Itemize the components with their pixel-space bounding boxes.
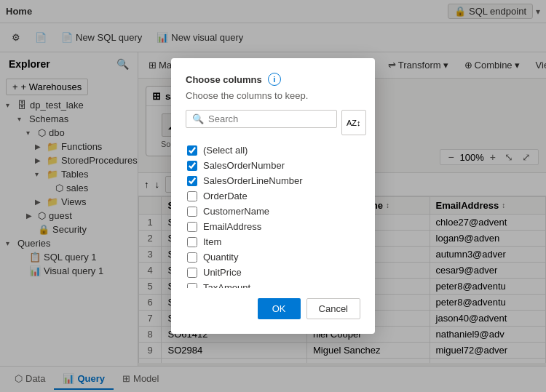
modal-title-text: Choose columns [186, 74, 262, 85]
info-icon[interactable]: i [268, 73, 281, 86]
column-label-sales_order_line: SalesOrderLineNumber [203, 175, 303, 186]
column-item-customer_name: CustomerName [186, 204, 360, 219]
checkbox-sales_order_line[interactable] [187, 176, 197, 186]
column-label-select_all: (Select all) [203, 145, 248, 156]
sort-az-icon: AZ↕ [347, 119, 361, 127]
column-label-order_date: OrderDate [203, 191, 248, 201]
checkbox-email_address[interactable] [187, 222, 197, 232]
column-item-select_all: (Select all) [186, 143, 360, 158]
column-item-email_address: EmailAddress [186, 219, 360, 234]
column-item-unit_price: UnitPrice [186, 265, 360, 280]
column-label-tax_amount: TaxAmount [203, 282, 250, 288]
search-icon: 🔍 [192, 113, 204, 124]
checkbox-select_all[interactable] [187, 145, 197, 156]
checkbox-item[interactable] [187, 237, 197, 247]
choose-columns-modal: Choose columns i Choose the columns to k… [171, 58, 375, 334]
column-label-sales_order_number: SalesOrderNumber [203, 160, 285, 171]
checkbox-tax_amount[interactable] [187, 283, 197, 289]
column-label-email_address: EmailAddress [203, 221, 261, 232]
column-item-quantity: Quantity [186, 249, 360, 265]
ok-button[interactable]: OK [258, 298, 301, 319]
column-item-order_date: OrderDate [186, 188, 360, 204]
modal-title: Choose columns i [186, 73, 360, 86]
column-label-customer_name: CustomerName [203, 206, 269, 217]
sort-az-button[interactable]: AZ↕ [341, 110, 366, 135]
modal-footer: OK Cancel [186, 298, 360, 319]
checkbox-quantity[interactable] [187, 252, 197, 263]
modal-search-box[interactable]: 🔍 [186, 110, 337, 128]
modal-overlay: Choose columns i Choose the columns to k… [0, 0, 546, 392]
modal-columns-list: (Select all)SalesOrderNumberSalesOrderLi… [186, 143, 360, 288]
search-input[interactable] [208, 113, 331, 124]
checkbox-unit_price[interactable] [187, 268, 197, 278]
column-label-quantity: Quantity [203, 252, 238, 263]
column-label-unit_price: UnitPrice [203, 267, 242, 278]
checkbox-order_date[interactable] [187, 191, 197, 201]
column-item-sales_order_line: SalesOrderLineNumber [186, 173, 360, 188]
modal-search-row: 🔍 AZ↕ [186, 110, 360, 135]
column-item-item: Item [186, 234, 360, 249]
checkbox-sales_order_number[interactable] [187, 161, 197, 171]
modal-subtitle: Choose the columns to keep. [186, 90, 360, 101]
column-item-tax_amount: TaxAmount [186, 280, 360, 288]
checkbox-customer_name[interactable] [187, 207, 197, 217]
column-label-item: Item [203, 236, 221, 247]
column-item-sales_order_number: SalesOrderNumber [186, 158, 360, 173]
cancel-button[interactable]: Cancel [306, 298, 360, 319]
